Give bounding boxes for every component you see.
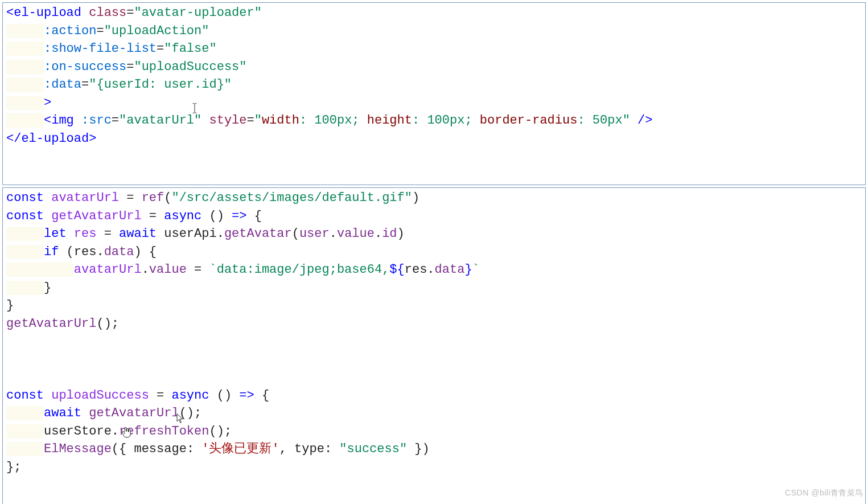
code-line: </el-upload> (6, 132, 96, 146)
code-token (6, 60, 44, 74)
code-token: } (464, 263, 472, 277)
code-token: "uploadSuccess" (134, 60, 246, 74)
code-token: style (209, 113, 246, 128)
code-token: . (217, 227, 224, 241)
code-line: }; (6, 460, 21, 474)
code-token: uploadSuccess (51, 388, 149, 403)
code-line: <el-upload class="avatar-uploader" (6, 6, 262, 20)
code-token: let (44, 227, 67, 241)
code-token: ; (352, 113, 367, 128)
code-token: "success" (339, 442, 407, 456)
code-token: res (405, 263, 427, 277)
code-line: const getAvatarUrl = async () => { (6, 209, 262, 223)
code-token: (); (209, 424, 232, 439)
code-token (6, 42, 44, 56)
code-token: , (279, 442, 294, 456)
hand-cursor-icon (121, 426, 131, 439)
code-token: ${ (389, 263, 404, 277)
code-token (6, 263, 74, 277)
code-token (6, 334, 14, 349)
code-token: value (337, 227, 375, 241)
code-token: " (623, 113, 630, 128)
code-line: } (6, 281, 51, 295)
code-token: userApi (164, 227, 216, 241)
code-line: let res = await userApi.getAvatar(user.v… (6, 227, 405, 241)
code-token: border-radius (480, 113, 578, 128)
code-token: ElMessage (44, 442, 112, 456)
code-token: > (44, 96, 51, 110)
code-token: "{userId: user.id}" (89, 77, 232, 92)
code-line (6, 370, 14, 384)
code-token: ref (142, 191, 164, 205)
code-token: < (6, 6, 14, 20)
code-token: ( (292, 227, 299, 241)
code-token: el-upload (14, 6, 81, 20)
code-token (6, 353, 14, 367)
code-token: const (6, 191, 44, 205)
code-token: . (96, 245, 104, 259)
code-token: = (112, 113, 119, 128)
code-token: res (74, 245, 97, 259)
code-token: : (412, 113, 427, 128)
code-token: "/src/assets/images/default.gif" (171, 191, 412, 205)
code-token: const (6, 209, 44, 223)
code-token: () (209, 388, 239, 403)
code-token: : (187, 442, 201, 456)
code-token: :data (44, 77, 81, 92)
code-token: if (44, 245, 59, 259)
code-line: const avatarUrl = ref("/src/assets/image… (6, 191, 419, 205)
code-token (6, 24, 44, 38)
code-token: user (299, 227, 330, 241)
code-token (44, 388, 51, 403)
code-token: img (51, 113, 74, 128)
code-token: 100px (427, 113, 464, 128)
code-token: = (96, 24, 104, 38)
code-token: ; (464, 113, 479, 128)
code-token: " (254, 113, 262, 128)
code-token: . (142, 263, 149, 277)
code-token: => (239, 388, 254, 403)
code-line: if (res.data) { (6, 245, 157, 259)
code-token: }; (6, 460, 21, 474)
code-token: userStore (44, 424, 112, 439)
code-line: :on-success="uploadSuccess" (6, 60, 247, 74)
code-token: = (126, 60, 134, 74)
watermark-text: CSDN @bili青青菜鸟 (785, 484, 863, 502)
code-line: await getAvatarUrl(); (6, 406, 201, 420)
code-token: `data:image/jpeg;base64, (209, 263, 389, 277)
code-token: async (171, 388, 209, 403)
code-token: data (104, 245, 134, 259)
code-token: = (96, 227, 119, 241)
code-token: 50px (593, 113, 623, 128)
code-token: = (149, 388, 172, 403)
code-token: = (247, 113, 254, 128)
code-token: el-upload (21, 132, 89, 146)
code-token: data (435, 263, 465, 277)
code-token (44, 209, 51, 223)
code-token: ( (164, 191, 171, 205)
code-line: :data="{userId: user.id}" (6, 77, 232, 92)
code-line: :action="uploadAction" (6, 24, 209, 38)
code-token: . (427, 263, 434, 277)
code-token: . (330, 227, 337, 241)
code-token: ( (59, 245, 73, 259)
code-token (6, 281, 44, 295)
code-token: class (89, 6, 126, 20)
code-line: :show-file-list="false" (6, 42, 217, 56)
code-token: </ (6, 132, 21, 146)
code-token (6, 113, 44, 128)
code-panel-script: const avatarUrl = ref("/src/assets/image… (2, 187, 866, 504)
code-token: 100px (314, 113, 352, 128)
code-token (6, 96, 44, 110)
code-token: ) { (134, 245, 157, 259)
code-token: = (187, 263, 209, 277)
code-token: value (149, 263, 187, 277)
code-token: await (44, 406, 81, 420)
code-token: getAvatarUrl (6, 317, 96, 331)
code-line: <img :src="avatarUrl" style="width: 100p… (6, 113, 652, 128)
code-token: res (74, 227, 97, 241)
code-token: "avatar-uploader" (134, 6, 261, 20)
code-token (81, 6, 89, 20)
code-token: { (254, 388, 269, 403)
code-token: : (324, 442, 339, 456)
